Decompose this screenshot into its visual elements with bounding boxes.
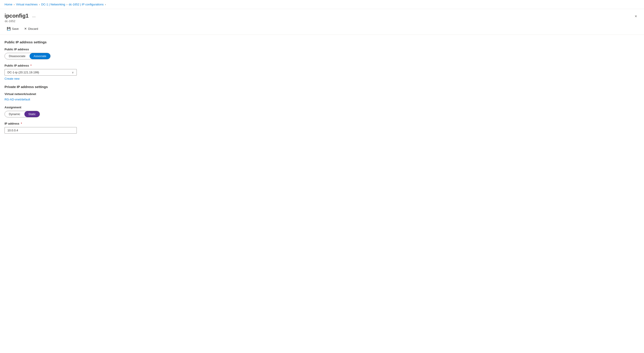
breadcrumb-separator-3: › — [66, 3, 68, 6]
close-button[interactable]: × — [632, 13, 640, 20]
vnet-label: Virtual network/subnet — [4, 92, 154, 96]
associate-toggle[interactable]: Associate — [30, 53, 50, 59]
page-subtitle: dc-1652 — [4, 19, 640, 23]
breadcrumb-separator-4: › — [105, 3, 106, 6]
discard-icon: ✕ — [24, 27, 27, 30]
assignment-label: Assignment — [4, 106, 154, 109]
ip-address-field-group: IP address * — [4, 122, 154, 134]
private-ip-section: Private IP address settings Virtual netw… — [4, 85, 154, 134]
discard-button[interactable]: ✕ Discard — [22, 25, 40, 32]
public-ip-dropdown-group: Public IP address * DC-1-ip (20.121.19.1… — [4, 64, 154, 80]
save-label: Save — [12, 27, 19, 30]
ip-required-indicator: * — [21, 122, 22, 125]
vnet-field-group: Virtual network/subnet RG-AD-vnet/defaul… — [4, 92, 154, 101]
save-button[interactable]: 💾 Save — [4, 25, 21, 32]
assignment-field-group: Assignment Dynamic Static — [4, 106, 154, 117]
private-ip-section-title: Private IP address settings — [4, 85, 154, 89]
page-header: ipconfig1 ... dc-1652 × — [0, 9, 644, 23]
public-ip-toggle-group: Disassociate Associate — [4, 53, 50, 59]
dynamic-toggle[interactable]: Dynamic — [5, 111, 24, 117]
required-indicator: * — [30, 64, 32, 67]
dropdown-value: DC-1-ip (20.121.19.199) — [8, 71, 39, 74]
vnet-link[interactable]: RG-AD-vnet/default — [4, 98, 30, 101]
public-ip-label: Public IP address — [4, 48, 154, 51]
public-ip-dropdown-label: Public IP address * — [4, 64, 154, 67]
chevron-down-icon: ∨ — [72, 71, 74, 74]
breadcrumb-networking[interactable]: DC-1 | Networking — [41, 3, 65, 6]
save-icon: 💾 — [7, 27, 10, 30]
breadcrumb-ip-configurations[interactable]: dc-1652 | IP configurations — [69, 3, 104, 6]
breadcrumb: Home › Virtual machines › DC-1 | Network… — [0, 0, 644, 9]
toolbar: 💾 Save ✕ Discard — [0, 23, 644, 35]
ellipsis-button[interactable]: ... — [31, 13, 37, 19]
ip-address-label: IP address * — [4, 122, 154, 125]
main-content: Public IP address settings Public IP add… — [0, 35, 158, 144]
disassociate-toggle[interactable]: Disassociate — [5, 53, 30, 59]
breadcrumb-separator-2: › — [39, 3, 40, 6]
discard-label: Discard — [28, 27, 38, 30]
public-ip-section-title: Public IP address settings — [4, 40, 154, 44]
ip-address-input[interactable] — [4, 127, 77, 134]
public-ip-section: Public IP address settings Public IP add… — [4, 40, 154, 80]
breadcrumb-virtual-machines[interactable]: Virtual machines — [16, 3, 38, 6]
public-ip-field-group: Public IP address Disassociate Associate — [4, 48, 154, 59]
assignment-toggle-group: Dynamic Static — [4, 111, 40, 117]
breadcrumb-separator-1: › — [14, 3, 15, 6]
static-toggle[interactable]: Static — [24, 111, 40, 117]
create-new-link[interactable]: Create new — [4, 77, 20, 80]
public-ip-dropdown[interactable]: DC-1-ip (20.121.19.199) ∨ — [4, 69, 77, 76]
page-title: ipconfig1 — [4, 13, 29, 19]
breadcrumb-home[interactable]: Home — [4, 3, 12, 6]
